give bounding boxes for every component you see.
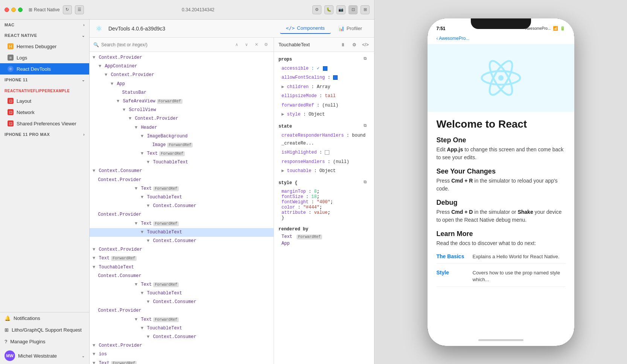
checkbox-ishighlighted[interactable] <box>325 150 329 155</box>
tree-node[interactable]: ▼ TextForwardRef <box>90 219 274 228</box>
tree-badge: ForwardRef <box>111 361 137 364</box>
tree-node[interactable]: ▼ TextForwardRef <box>90 254 274 263</box>
user-profile[interactable]: MW Michel Weststrate ⌄ <box>0 347 89 364</box>
tree-badge: ForwardRef <box>111 256 137 261</box>
tree-node[interactable]: ▼ ios <box>90 350 274 359</box>
screen-button-1[interactable]: ⊡ <box>349 5 358 14</box>
props-label: props <box>278 57 292 62</box>
tree-component-name: Text <box>141 221 152 226</box>
tree-node[interactable]: ▼ TouchableText <box>90 263 274 272</box>
style-attribute: attribute : value; <box>282 210 367 215</box>
sidebar-section-mac[interactable]: Mac › <box>0 20 89 30</box>
settings-button[interactable]: ⚙ <box>312 5 321 14</box>
tree-node[interactable]: ▼ Context.Provider <box>90 176 274 184</box>
tree-node[interactable]: ▼ Context.Provider <box>90 341 274 350</box>
react-atom-svg <box>471 55 531 101</box>
tree-node[interactable]: ▼ Context.Provider <box>90 114 274 123</box>
tree-arrow: ▼ <box>147 334 152 340</box>
tab-profiler[interactable]: 📊 Profiler <box>332 23 368 34</box>
refresh-button[interactable]: ↻ <box>63 5 72 14</box>
tree-node[interactable]: ▼ AppContainer <box>90 62 274 71</box>
tree-node[interactable]: ▼ Context.Provider <box>90 306 274 315</box>
tree-node[interactable]: ▼ SafeAreaViewForwardRef <box>90 97 274 106</box>
tree-component-name: SafeAreaView <box>123 99 155 104</box>
tree-node[interactable]: ▼ Header <box>90 123 274 132</box>
minimize-button[interactable] <box>11 8 16 12</box>
checkbox-accessible[interactable] <box>323 66 327 71</box>
tree-node[interactable]: ▼ Context.Provider <box>90 71 274 79</box>
sidebar-item-hermes[interactable]: H Hermes Debugger <box>0 41 89 52</box>
back-nav[interactable]: ‹ AwesomePro... <box>428 35 574 44</box>
tree-node[interactable]: ▼ Context.Consumer <box>90 167 274 175</box>
devtools-tabs: </> Components 📊 Profiler <box>280 23 368 34</box>
inspect-button[interactable]: ⚙ <box>350 41 358 49</box>
sidebar-item-plugins[interactable]: ? Manage Plugins <box>0 336 89 347</box>
screen-button-2[interactable]: ⊞ <box>361 5 370 14</box>
props-copy-button[interactable]: ⧉ <box>364 56 370 62</box>
tree-node[interactable]: ▼ Context.Consumer <box>90 298 274 306</box>
tree-node[interactable]: ▼ TextForwardRef <box>90 315 274 324</box>
list-button[interactable]: ☰ <box>75 5 84 14</box>
logs-icon: ≡ <box>8 55 14 61</box>
tree-node[interactable]: ▼ TextForwardRef <box>90 359 274 364</box>
sidebar-item-devtools[interactable]: ⚛ React DevTools <box>0 63 89 75</box>
tree-arrow: ▼ <box>93 168 98 174</box>
source-button[interactable]: </> <box>361 41 370 49</box>
tree-node[interactable]: ▼ TouchableText <box>90 193 274 202</box>
camera-button[interactable]: 📷 <box>336 5 345 14</box>
search-settings-button[interactable]: ⚙ <box>262 41 270 49</box>
tree-node[interactable]: ▼ TextForwardRef <box>90 280 274 289</box>
tree-node[interactable]: ▼ ImageBackground <box>90 132 274 141</box>
tree-component-name: App <box>117 81 125 87</box>
iphone-notch <box>471 18 531 29</box>
tree-node[interactable]: ▼ Context.Provider <box>90 245 274 254</box>
checkbox-allowfontscaling[interactable] <box>333 75 338 80</box>
tree-node[interactable]: ▼ TouchableText <box>90 324 274 333</box>
sidebar-section-iphone-promax[interactable]: IPhone 11 Pro Max › <box>0 129 89 140</box>
sidebar-item-layout[interactable]: ⊡ Layout <box>0 95 89 107</box>
tree-component-name: Header <box>141 125 157 130</box>
search-prev-button[interactable]: ∧ <box>233 41 240 49</box>
status-icons: AwesomePro... 📶 🔋 <box>525 26 565 31</box>
search-input[interactable] <box>101 42 231 47</box>
suspend-button[interactable]: ⏸ <box>339 41 347 49</box>
tree-node[interactable]: ▼ TouchableText <box>90 158 274 167</box>
sidebar-item-litho[interactable]: ⊞ Litho/GraphQL Support Request <box>0 324 89 336</box>
network-icon: ⊡ <box>8 109 14 115</box>
search-close-button[interactable]: ✕ <box>253 41 260 49</box>
tree-component-name: TouchableText <box>147 230 182 235</box>
state-copy-button[interactable]: ⧉ <box>364 123 370 129</box>
tree-node[interactable]: ▼ TouchableText <box>90 228 274 237</box>
sidebar-item-notifications[interactable]: 🔔 Notifications <box>0 312 89 324</box>
sidebar-section-iphone11[interactable]: IPhone 11 ⌄ <box>0 75 89 85</box>
link-style-label[interactable]: Style <box>437 270 467 276</box>
tree-node[interactable]: ▼ Context.Consumer <box>90 333 274 341</box>
forwardref-badge: ForwardRef <box>297 235 322 239</box>
tree-node[interactable]: ▼ Context.Provider <box>90 210 274 219</box>
tree-node[interactable]: ▼ TextForwardRef <box>90 149 274 158</box>
tree-node[interactable]: ▼ App <box>90 80 274 88</box>
sidebar-item-network[interactable]: ⊡ Network <box>0 107 89 118</box>
debug-button[interactable]: 🐛 <box>324 5 333 14</box>
sidebar-item-logs[interactable]: ≡ Logs <box>0 52 89 63</box>
tree-node[interactable]: ▼ TouchableText <box>90 289 274 298</box>
sidebar-item-shared[interactable]: ⊡ Shared Preferences Viewer <box>0 118 89 129</box>
tree-node[interactable]: ▼ Context.Consumer <box>90 272 274 280</box>
sidebar-section-reactnative[interactable]: React Native ⌄ <box>0 30 89 41</box>
search-next-button[interactable]: ∨ <box>243 41 250 49</box>
tree-node[interactable]: ▼ Context.Consumer <box>90 202 274 210</box>
tree-node[interactable]: ▼ TextForwardRef <box>90 184 274 193</box>
tree-node[interactable]: ▼ Context.Consumer <box>90 237 274 245</box>
tree-node[interactable]: ▼ ScrollView <box>90 106 274 114</box>
tree-node[interactable]: ▼ ImageForwardRef <box>90 141 274 149</box>
maximize-button[interactable] <box>18 8 23 12</box>
close-button[interactable] <box>5 8 9 12</box>
tree-node[interactable]: ▼ StatusBar <box>90 88 274 97</box>
sidebar-section-rn-label: React Native <box>5 33 37 38</box>
tab-components[interactable]: </> Components <box>280 23 331 34</box>
style-copy-button[interactable]: ⧉ <box>364 180 370 186</box>
tree-component-name: Context.Consumer <box>99 168 142 174</box>
tree-node[interactable]: ▼ Context.Provider <box>90 53 274 62</box>
link-basics-label[interactable]: The Basics <box>437 253 467 259</box>
section-text-stepone: Edit App.js to change this screen and th… <box>437 146 565 161</box>
